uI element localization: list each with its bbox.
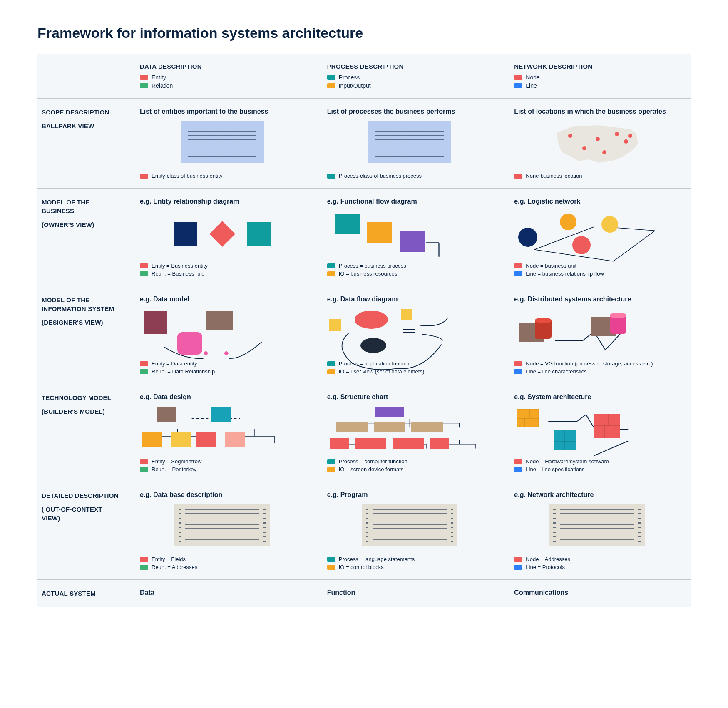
cell-title: e.g. Program bbox=[327, 491, 492, 499]
legend-label: Process bbox=[339, 74, 360, 81]
legend-label: Entity = Fields bbox=[152, 556, 186, 562]
legend-item: Process-class of business process bbox=[327, 173, 492, 179]
legend-label: Line bbox=[526, 82, 537, 89]
legend-label: Input/Output bbox=[339, 82, 371, 89]
document-icon bbox=[368, 121, 451, 163]
legend-label: Reun. = Addresses bbox=[152, 564, 197, 570]
col-header-data: DATA DESCRIPTION Entity Relation bbox=[129, 54, 316, 99]
legend-item: Entity = Business entity bbox=[140, 263, 305, 269]
legend-item: Node bbox=[514, 74, 680, 81]
usa-map-icon bbox=[549, 121, 645, 167]
col-title: DATA DESCRIPTION bbox=[140, 63, 305, 70]
legend-label: Entity bbox=[152, 74, 166, 81]
cell-owner-data: e.g. Entity relationship diagram Entity … bbox=[129, 189, 316, 286]
swatch-icon bbox=[327, 83, 335, 88]
flow-diagram-icon bbox=[327, 211, 492, 257]
swatch-icon bbox=[327, 565, 335, 570]
swatch-icon bbox=[327, 75, 335, 80]
cell-actual-network: Communications bbox=[503, 580, 691, 607]
legend-item: Line bbox=[514, 82, 680, 89]
swatch-icon bbox=[140, 271, 148, 276]
row-sublabel: (BUILDER'S MODEL) bbox=[42, 407, 120, 416]
legend-item: Entity bbox=[140, 74, 305, 81]
cell-title: Data bbox=[140, 589, 305, 596]
cell-scope-network: List of locations in which the business … bbox=[503, 99, 691, 189]
swatch-icon bbox=[327, 174, 335, 179]
legend-item: Process = language statements bbox=[327, 556, 492, 562]
legend-item: Line = Protocols bbox=[514, 564, 680, 570]
swatch-icon bbox=[140, 565, 148, 570]
legend-label: Node bbox=[526, 74, 539, 81]
row-header-detailed: DETAILED DESCRIPTION ( OUT-OF-CONTEXT VI… bbox=[37, 482, 129, 580]
row-header-scope: SCOPE DESCRIPTION BALLPARK VIEW bbox=[37, 99, 129, 189]
row-sublabel: (OWNER'S VIEW) bbox=[42, 220, 120, 229]
row-label: TECHNOLOGY MODEL bbox=[42, 394, 111, 401]
col-header-process: PROCESS DESCRIPTION Process Input/Output bbox=[316, 54, 504, 99]
swatch-icon bbox=[514, 174, 522, 179]
row-header-designer: MODEL OF THE INFORMATION SYSTEM (DESIGNE… bbox=[37, 286, 129, 384]
cell-title: Communications bbox=[514, 589, 680, 596]
cell-title: List of entities important to the busine… bbox=[140, 108, 305, 115]
cell-actual-data: Data bbox=[129, 580, 316, 607]
row-sublabel: (DESIGNER'S VIEW) bbox=[42, 318, 120, 327]
printout-icon bbox=[549, 504, 645, 546]
swatch-icon bbox=[514, 557, 522, 562]
cell-builder-network: e.g. System architecture Node = Hardware… bbox=[503, 384, 691, 482]
legend-label: Entity-class of business entity bbox=[152, 173, 223, 179]
swatch-icon bbox=[140, 263, 148, 268]
swatch-icon bbox=[514, 75, 522, 80]
cell-designer-data: e.g. Data model Entity = Data entity Reu… bbox=[129, 286, 316, 384]
legend-item: Relation bbox=[140, 82, 305, 89]
swatch-icon bbox=[514, 83, 522, 88]
legend-label: Reun. = Business rule bbox=[152, 271, 205, 277]
legend-label: Entity = Business entity bbox=[152, 263, 208, 269]
legend-item: Input/Output bbox=[327, 82, 492, 89]
legend-label: Node = Addresses bbox=[526, 556, 570, 562]
system-arch-icon bbox=[514, 407, 680, 452]
corner-cell bbox=[37, 54, 129, 99]
cell-title: e.g. Data model bbox=[140, 296, 305, 303]
page-title: Framework for information systems archit… bbox=[37, 25, 691, 41]
cell-title: Function bbox=[327, 589, 492, 596]
swatch-icon bbox=[140, 83, 148, 88]
row-sublabel: BALLPARK VIEW bbox=[42, 122, 120, 130]
cell-title: List of processes the business performs bbox=[327, 108, 492, 115]
legend-item: Entity = Fields bbox=[140, 556, 305, 562]
col-title: NETWORK DESCRIPTION bbox=[514, 63, 680, 70]
cell-title: e.g. Data flow diagram bbox=[327, 296, 492, 303]
row-header-actual: ACTUAL SYSTEM bbox=[37, 580, 129, 607]
legend-item: IO = control blocks bbox=[327, 564, 492, 570]
legend-item: None-business location bbox=[514, 173, 680, 179]
cell-owner-network: e.g. Logistic network Node = business un… bbox=[503, 189, 691, 286]
row-header-owner: MODEL OF THE BUSINESS (OWNER'S VIEW) bbox=[37, 189, 129, 286]
col-title: PROCESS DESCRIPTION bbox=[327, 63, 492, 70]
cell-title: e.g. Network architecture bbox=[514, 491, 680, 499]
legend-label: None-business location bbox=[526, 173, 582, 179]
swatch-icon bbox=[140, 174, 148, 179]
legend-item: Node = Addresses bbox=[514, 556, 680, 562]
erd-diagram-icon bbox=[140, 211, 305, 257]
printout-icon bbox=[174, 504, 270, 546]
cell-actual-process: Function bbox=[316, 580, 504, 607]
row-label: SCOPE DESCRIPTION bbox=[42, 109, 109, 116]
cell-designer-network: e.g. Distributed systems architecture No… bbox=[503, 286, 691, 384]
swatch-icon bbox=[327, 467, 335, 472]
cell-title: e.g. Entity relationship diagram bbox=[140, 198, 305, 205]
cell-title: e.g. Distributed systems architecture bbox=[514, 296, 680, 303]
row-label: ACTUAL SYSTEM bbox=[42, 590, 96, 597]
row-sublabel: ( OUT-OF-CONTEXT VIEW) bbox=[42, 505, 120, 522]
data-design-icon bbox=[140, 407, 305, 452]
legend-label: Line = Protocols bbox=[526, 564, 565, 570]
cell-builder-process: e.g. Structure chart Process = computer … bbox=[316, 384, 504, 482]
swatch-icon bbox=[140, 557, 148, 562]
cell-detailed-network: e.g. Network architecture Node = Address… bbox=[503, 482, 691, 580]
cell-builder-data: e.g. Data design Entity = Segmentrow Reu… bbox=[129, 384, 316, 482]
row-header-builder: TECHNOLOGY MODEL (BUILDER'S MODEL) bbox=[37, 384, 129, 482]
row-label: MODEL OF THE INFORMATION SYSTEM bbox=[42, 296, 114, 312]
document-icon bbox=[181, 121, 264, 163]
cell-title: e.g. Functional flow diagram bbox=[327, 198, 492, 205]
cell-scope-data: List of entities important to the busine… bbox=[129, 99, 316, 189]
swatch-icon bbox=[514, 565, 522, 570]
swatch-icon bbox=[140, 75, 148, 80]
framework-table: DATA DESCRIPTION Entity Relation PROCESS… bbox=[37, 54, 691, 607]
